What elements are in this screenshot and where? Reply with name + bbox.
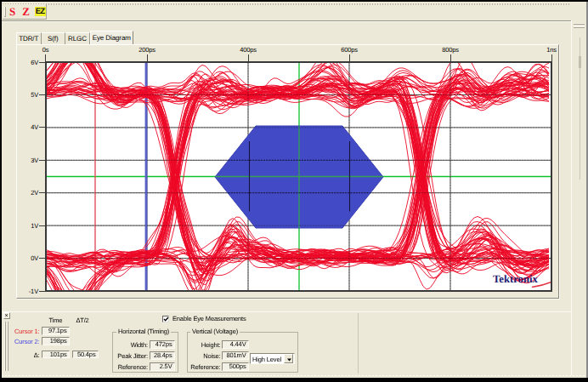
svg-text:Tektronix: Tektronix [493,273,539,285]
